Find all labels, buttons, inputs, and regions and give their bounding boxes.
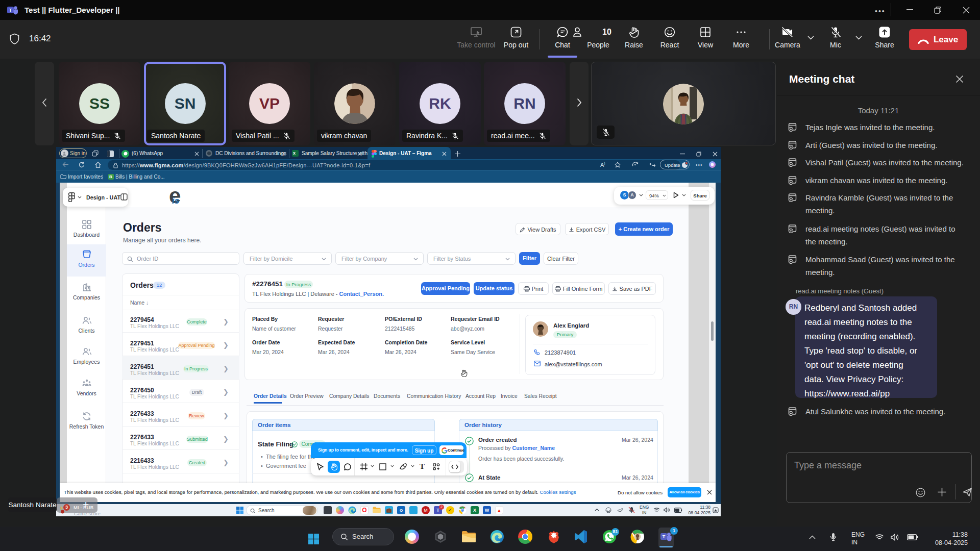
svg-text:T: T [9,8,12,13]
svg-text:T: T [663,534,666,539]
